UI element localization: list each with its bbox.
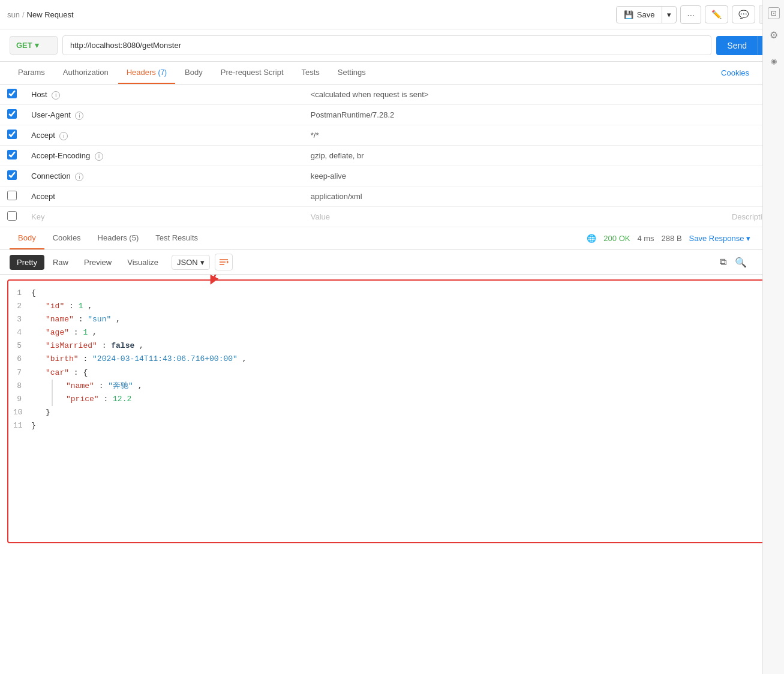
header-value-useragent: PostmanRuntime/7.28.2 — [304, 105, 725, 125]
resp-tab-cookies[interactable]: Cookies — [44, 227, 89, 249]
tab-authorization[interactable]: Authorization — [55, 62, 117, 84]
header-checkbox-connection[interactable] — [7, 170, 17, 180]
header-value-host: <calculated when request is sent> — [304, 85, 725, 105]
copy-button[interactable]: ⧉ — [714, 254, 731, 270]
info-icon-accept[interactable]: i — [59, 132, 68, 140]
method-dropdown-icon: ▾ — [35, 41, 39, 50]
json-line-1: 1 { — [8, 287, 770, 300]
header-key-encoding: Accept-Encoding i — [24, 146, 304, 166]
url-input[interactable] — [62, 35, 711, 55]
table-row: Accept application/xml — [0, 186, 778, 207]
save-icon: 💾 — [624, 10, 633, 19]
header-value-placeholder[interactable]: Value — [304, 207, 725, 227]
tab-params[interactable]: Params — [10, 62, 53, 84]
save-label: Save — [637, 10, 655, 19]
edit-button[interactable]: ✏️ — [705, 5, 728, 23]
sidebar-action-2[interactable]: ⚙ — [768, 29, 780, 41]
header-key-accept2: Accept — [24, 186, 304, 207]
tab-settings[interactable]: Settings — [329, 62, 374, 84]
json-body: 1 { 2 "id" : 1 , 3 — [7, 279, 771, 543]
header-value-accept: */* — [304, 125, 725, 146]
method-select[interactable]: GET ▾ — [10, 36, 58, 55]
url-bar: GET ▾ Send ▾ — [0, 29, 784, 62]
header-checkbox-encoding[interactable] — [7, 150, 17, 160]
info-icon-connection[interactable]: i — [75, 173, 83, 181]
header-value-encoding: gzip, deflate, br — [304, 146, 725, 166]
right-sidebar: ⊡ ⚙ ◉ — [762, 0, 784, 674]
header-checkbox-accept[interactable] — [7, 130, 17, 139]
save-button[interactable]: 💾 Save ▾ — [616, 6, 677, 23]
header-key-connection: Connection i — [24, 166, 304, 186]
status-size: 288 B — [662, 234, 682, 243]
status-ok: 200 OK — [603, 234, 630, 243]
tab-headers[interactable]: Headers (7) — [118, 62, 175, 84]
headers-section: Host i <calculated when request is sent>… — [0, 85, 784, 227]
header-key-useragent: User-Agent i — [24, 105, 304, 125]
table-row: Accept i */* — [0, 125, 778, 146]
table-row: Host i <calculated when request is sent> — [0, 85, 778, 105]
search-button[interactable]: 🔍 — [732, 254, 749, 270]
header-checkbox-new[interactable] — [7, 211, 17, 221]
json-line-7: 7 "car" : { — [8, 366, 770, 380]
info-icon-host[interactable]: i — [52, 91, 60, 100]
headers-badge: (7) — [158, 68, 167, 77]
comment-button[interactable]: 💬 — [732, 5, 755, 23]
breadcrumb-separator: / — [22, 10, 25, 19]
wrap-icon — [218, 257, 229, 267]
table-row: Connection i keep-alive — [0, 166, 778, 186]
info-icon-useragent[interactable]: i — [75, 112, 83, 120]
headers-table: Host i <calculated when request is sent>… — [0, 85, 778, 227]
format-select[interactable]: JSON ▾ — [172, 255, 210, 270]
breadcrumb-current: New Request — [27, 10, 74, 19]
header-key-placeholder[interactable]: Key — [24, 207, 304, 227]
resp-tab-test-results[interactable]: Test Results — [147, 227, 206, 249]
view-tab-raw[interactable]: Raw — [46, 255, 76, 270]
headers-content: Host i <calculated when request is sent>… — [0, 85, 778, 227]
request-tabs: Params Authorization Headers (7) Body Pr… — [0, 62, 784, 85]
tab-tests[interactable]: Tests — [293, 62, 328, 84]
header-key-accept: Accept i — [24, 125, 304, 146]
response-body-container: 1 { 2 "id" : 1 , 3 — [0, 275, 784, 548]
format-dropdown-icon: ▾ — [200, 258, 205, 267]
resp-tab-body[interactable]: Body — [10, 227, 44, 249]
view-tab-visualize[interactable]: Visualize — [120, 255, 166, 270]
toolbar: 💾 Save ▾ ··· ✏️ 💬 ⊡ — [616, 5, 777, 24]
response-status: 🌐 200 OK 4 ms 288 B Save Response ▾ — [587, 234, 750, 243]
response-tabs: Body Cookies Headers (5) Test Results 🌐 … — [0, 227, 784, 250]
json-line-9: 9 "price" : 12.2 — [8, 393, 770, 406]
save-response-button[interactable]: Save Response ▾ — [689, 234, 750, 243]
sidebar-action-1[interactable]: ⊡ — [768, 7, 780, 19]
send-label[interactable]: Send — [716, 36, 758, 55]
json-line-2: 2 "id" : 1 , — [8, 300, 770, 313]
json-line-6: 6 "birth" : "2024-03-14T11:43:06.716+00:… — [8, 353, 770, 366]
header-key-host: Host i — [24, 85, 304, 105]
resp-headers-badge: (5) — [129, 233, 139, 242]
view-tab-pretty[interactable]: Pretty — [10, 255, 44, 270]
tab-cookies[interactable]: Cookies — [721, 62, 749, 83]
sidebar-action-3[interactable]: ◉ — [768, 55, 780, 67]
save-button-main[interactable]: 💾 Save — [617, 7, 663, 23]
response-area: Body Cookies Headers (5) Test Results 🌐 … — [0, 227, 784, 548]
status-time: 4 ms — [637, 234, 654, 243]
json-line-4: 4 "age" : 1 , — [8, 326, 770, 339]
more-button[interactable]: ··· — [680, 5, 701, 24]
json-line-5: 5 "isMarried" : false , — [8, 339, 770, 353]
breadcrumb-parent[interactable]: sun — [7, 10, 20, 19]
header-checkbox-useragent[interactable] — [7, 109, 17, 119]
header-checkbox-host[interactable] — [7, 89, 17, 98]
json-line-11: 11 } — [8, 419, 770, 432]
wrap-button[interactable] — [215, 254, 233, 270]
json-line-3: 3 "name" : "sun" , — [8, 313, 770, 326]
method-label: GET — [16, 41, 32, 50]
resp-tab-headers[interactable]: Headers (5) — [89, 227, 148, 249]
table-row: Accept-Encoding i gzip, deflate, br — [0, 146, 778, 166]
format-label: JSON — [177, 258, 198, 267]
tab-prerequest[interactable]: Pre-request Script — [212, 62, 292, 84]
view-tab-preview[interactable]: Preview — [77, 255, 119, 270]
header-checkbox-accept2[interactable] — [7, 191, 17, 200]
save-dropdown-arrow[interactable]: ▾ — [662, 7, 676, 23]
info-icon-encoding[interactable]: i — [95, 152, 103, 161]
tab-body[interactable]: Body — [176, 62, 211, 84]
header-value-connection: keep-alive — [304, 166, 725, 186]
globe-icon: 🌐 — [587, 234, 596, 243]
